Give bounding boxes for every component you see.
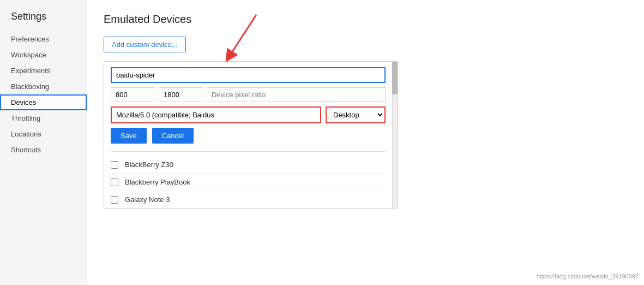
list-item: Blackberry PlayBook [111, 174, 386, 191]
cancel-button[interactable]: Cancel [152, 128, 194, 144]
sidebar-item-experiments[interactable]: Experiments [0, 63, 87, 79]
sidebar-item-shortcuts[interactable]: Shortcuts [0, 142, 87, 158]
scrollbar-track[interactable] [392, 62, 398, 208]
blackberry-playbook-label: Blackberry PlayBook [125, 178, 190, 186]
sidebar: Settings Preferences Workspace Experimen… [0, 0, 87, 285]
add-custom-device-button[interactable]: Add custom device... [104, 37, 186, 52]
dimensions-row [111, 87, 386, 102]
page-title: Emulated Devices [104, 13, 628, 26]
device-form-wrapper: Desktop Mobile Tablet Save Cancel [104, 61, 398, 209]
device-form: Desktop Mobile Tablet Save Cancel [104, 61, 398, 209]
form-divider [111, 151, 386, 152]
sidebar-item-throttling[interactable]: Throttling [0, 110, 87, 126]
blackberry-z30-checkbox[interactable] [111, 161, 118, 169]
sidebar-item-locations[interactable]: Locations [0, 126, 87, 142]
height-input[interactable] [159, 87, 202, 102]
sidebar-item-workspace[interactable]: Workspace [0, 47, 87, 63]
sidebar-title: Settings [0, 11, 87, 31]
device-type-select[interactable]: Desktop Mobile Tablet [326, 106, 386, 123]
ua-row: Desktop Mobile Tablet [111, 106, 386, 123]
sidebar-item-devices[interactable]: Devices [0, 94, 87, 110]
dpr-input[interactable] [207, 87, 386, 102]
galaxy-note-3-checkbox[interactable] [111, 196, 118, 204]
device-name-input[interactable] [111, 67, 386, 83]
save-button[interactable]: Save [111, 128, 147, 144]
device-list: BlackBerry Z30 Blackberry PlayBook Galax… [111, 156, 386, 208]
sidebar-item-preferences[interactable]: Preferences [0, 31, 87, 47]
list-item: Galaxy Note 3 [111, 191, 386, 208]
user-agent-input[interactable] [111, 106, 321, 123]
list-item: BlackBerry Z30 [111, 156, 386, 174]
galaxy-note-3-label: Galaxy Note 3 [125, 195, 170, 204]
sidebar-item-blackboxing[interactable]: Blackboxing [0, 79, 87, 94]
scrollbar-thumb[interactable] [392, 62, 398, 94]
watermark: https://blog.csdn.net/weixin_39190897 [537, 273, 639, 280]
blackberry-playbook-checkbox[interactable] [111, 179, 118, 186]
width-input[interactable] [111, 87, 154, 102]
main-content: Emulated Devices Add custom device... [87, 0, 644, 285]
blackberry-z30-label: BlackBerry Z30 [125, 161, 173, 169]
buttons-row: Save Cancel [111, 128, 386, 144]
